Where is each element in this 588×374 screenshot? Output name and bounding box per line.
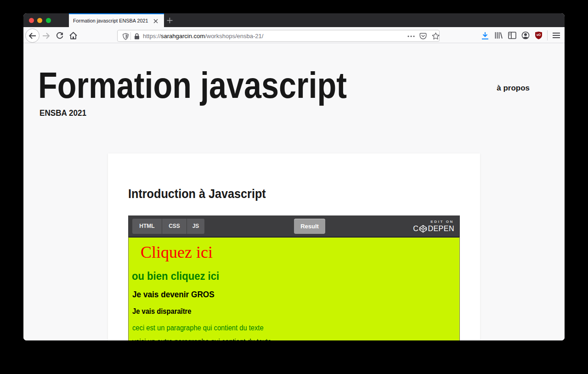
- svg-text:uO: uO: [537, 33, 541, 36]
